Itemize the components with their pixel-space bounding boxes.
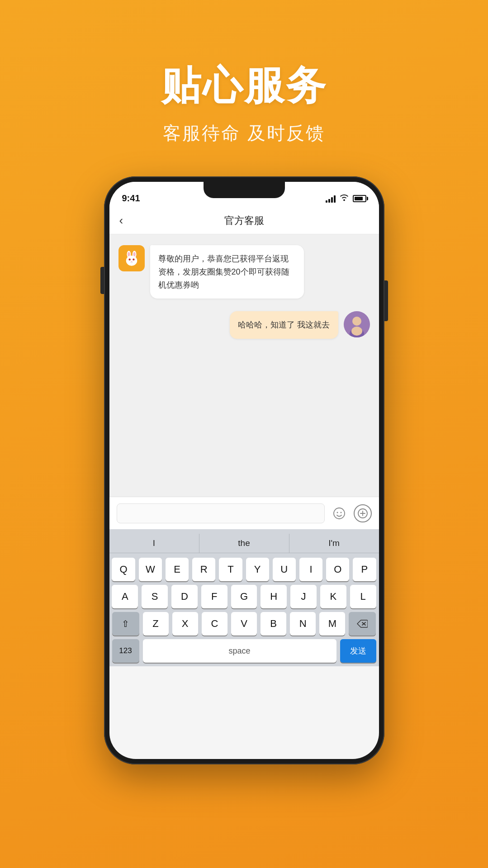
keyboard-row-4: 123 space 发送	[109, 639, 379, 666]
key-r[interactable]: R	[192, 558, 215, 581]
key-u[interactable]: U	[273, 558, 296, 581]
key-v[interactable]: V	[231, 612, 257, 636]
svg-point-10	[352, 317, 361, 326]
emoji-button[interactable]	[330, 504, 348, 522]
autocomplete-im[interactable]: I'm	[289, 534, 379, 553]
key-j[interactable]: J	[290, 585, 317, 608]
bot-message-row: 尊敬的用户，恭喜您已获得平台返现资格，发朋友圈集赞20个即可获得随机优惠券哟	[118, 245, 370, 299]
bot-avatar	[118, 245, 145, 271]
back-button[interactable]: ‹	[119, 213, 123, 228]
status-icons	[326, 193, 366, 204]
key-g[interactable]: G	[231, 585, 257, 608]
key-w[interactable]: W	[139, 558, 162, 581]
key-k[interactable]: K	[320, 585, 346, 608]
key-f[interactable]: F	[201, 585, 227, 608]
shift-key[interactable]: ⇧	[112, 612, 139, 636]
key-y[interactable]: Y	[246, 558, 269, 581]
key-s[interactable]: S	[142, 585, 168, 608]
header-area: 贴心服务 客服待命 及时反馈	[0, 0, 488, 146]
key-x[interactable]: X	[172, 612, 198, 636]
keyboard-row-1: Q W E R T Y U I O P	[109, 558, 379, 581]
message-input[interactable]	[117, 503, 325, 523]
keyboard: I the I'm Q W E R T Y U I O	[109, 529, 379, 666]
phone-mockup: 9:41	[104, 176, 384, 764]
bot-bubble: 尊敬的用户，恭喜您已获得平台返现资格，发朋友圈集赞20个即可获得随机优惠券哟	[150, 245, 304, 299]
nav-bar: ‹ 官方客服	[109, 207, 379, 234]
key-d[interactable]: D	[171, 585, 198, 608]
header-title: 贴心服务	[0, 59, 488, 113]
nav-title: 官方客服	[224, 214, 264, 228]
send-key[interactable]: 发送	[340, 639, 376, 663]
key-p[interactable]: P	[353, 558, 376, 581]
chat-area: 尊敬的用户，恭喜您已获得平台返现资格，发朋友圈集赞20个即可获得随机优惠券哟 哈…	[109, 234, 379, 497]
user-avatar	[344, 311, 370, 337]
key-l[interactable]: L	[350, 585, 376, 608]
key-z[interactable]: Z	[143, 612, 169, 636]
autocomplete-i[interactable]: I	[109, 534, 199, 553]
svg-point-15	[340, 512, 341, 513]
header-subtitle: 客服待命 及时反馈	[0, 121, 488, 146]
keyboard-row-2: A S D F G H J K L	[109, 585, 379, 608]
svg-point-14	[336, 512, 338, 513]
user-message-row: 哈哈哈，知道了 我这就去	[118, 311, 370, 339]
svg-point-8	[131, 261, 133, 262]
num-key[interactable]: 123	[112, 639, 139, 663]
autocomplete-row: I the I'm	[109, 534, 379, 553]
key-o[interactable]: O	[326, 558, 349, 581]
key-q[interactable]: Q	[112, 558, 135, 581]
key-c[interactable]: C	[202, 612, 227, 636]
status-time: 9:41	[122, 193, 140, 204]
key-m[interactable]: M	[319, 612, 345, 636]
svg-point-6	[128, 258, 130, 260]
space-key[interactable]: space	[143, 639, 336, 663]
signal-icon	[326, 194, 336, 203]
delete-key[interactable]	[349, 612, 376, 636]
key-b[interactable]: B	[261, 612, 286, 636]
keyboard-row-3: ⇧ Z X C V B N M	[109, 612, 379, 636]
key-i[interactable]: I	[299, 558, 322, 581]
page-background: 贴心服务 客服待命 及时反馈 9:41	[0, 0, 488, 146]
key-t[interactable]: T	[219, 558, 242, 581]
svg-point-13	[334, 508, 345, 519]
svg-point-5	[126, 256, 137, 266]
plus-button[interactable]	[354, 504, 372, 522]
wifi-icon	[339, 193, 349, 204]
phone-outer: 9:41	[104, 176, 384, 764]
svg-point-7	[133, 258, 134, 260]
key-e[interactable]: E	[166, 558, 189, 581]
autocomplete-the[interactable]: the	[199, 534, 289, 553]
phone-inner: 9:41	[109, 182, 379, 759]
key-a[interactable]: A	[112, 585, 138, 608]
key-n[interactable]: N	[290, 612, 316, 636]
key-h[interactable]: H	[261, 585, 287, 608]
svg-point-12	[351, 327, 362, 336]
input-bar	[109, 497, 379, 529]
user-bubble: 哈哈哈，知道了 我这就去	[230, 311, 338, 339]
phone-notch	[204, 182, 285, 198]
battery-icon	[353, 195, 366, 202]
